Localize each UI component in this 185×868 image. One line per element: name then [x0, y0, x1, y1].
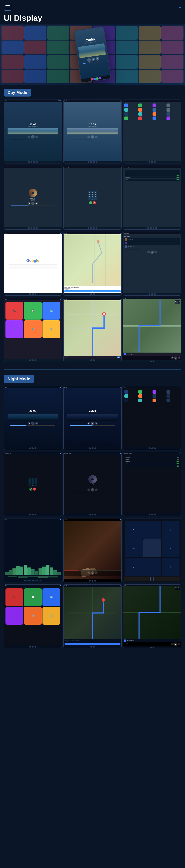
key-8[interactable]: 8 — [91, 196, 94, 198]
night-app-8[interactable] — [125, 399, 128, 402]
night-key-0[interactable]: 0 — [31, 485, 34, 487]
play-btn-1[interactable]: ⏸ — [31, 135, 34, 138]
app-icon-1[interactable] — [125, 103, 128, 107]
key-1[interactable]: 1 — [88, 191, 91, 193]
night-cp-phone[interactable]: 📞 — [5, 588, 23, 606]
key-hash[interactable]: # — [94, 198, 97, 200]
prev-btn-1[interactable]: ⏮ — [28, 135, 30, 138]
social-play[interactable]: ⏸ — [151, 251, 154, 254]
video-prev[interactable]: ⏮ — [87, 571, 90, 574]
menu-icon[interactable] — [4, 3, 11, 10]
social-track-2[interactable]: 华年_标准.mp3 — [125, 241, 180, 245]
app-icon-11[interactable] — [166, 112, 170, 116]
nav-arrow-dr[interactable]: ↘ — [162, 558, 180, 576]
app-icon-6[interactable] — [138, 108, 142, 112]
video-play[interactable]: ▶ — [91, 571, 94, 575]
night-key-1[interactable]: 1 — [28, 478, 31, 479]
nav-arrow-right[interactable]: → — [162, 539, 180, 557]
nav-arrow-ul[interactable]: ↖ — [125, 521, 143, 539]
cp-phone[interactable]: 📞 — [5, 302, 23, 319]
social-next[interactable]: ⏭ — [154, 251, 157, 253]
cp-music[interactable]: 🎵 — [5, 320, 23, 338]
hero-play-btn[interactable]: ⏸ — [91, 57, 95, 61]
night-auto-connect-toggle[interactable] — [177, 463, 179, 464]
nav-arrow-down[interactable]: ↓ — [143, 558, 161, 576]
app-icon-15[interactable] — [166, 117, 170, 120]
end-call-btn[interactable]: ✕ — [93, 201, 96, 204]
eq-preset-1[interactable]: BASS — [24, 580, 27, 582]
night-app-2[interactable] — [138, 390, 142, 394]
night-cp-settings[interactable]: ⚙️ — [43, 607, 60, 625]
nav-arrow-left[interactable]: ← — [125, 539, 143, 557]
night-key-7[interactable]: 7 — [28, 482, 31, 484]
app-icon-14[interactable] — [153, 117, 156, 120]
nav-arrow-center[interactable]: ⊙ — [143, 539, 161, 557]
cp-messages[interactable]: 💬 — [24, 302, 42, 319]
social-track-3[interactable]: 华年_完整版.mp3 — [125, 245, 180, 248]
key-0[interactable]: 0 — [91, 198, 94, 200]
app-icon-3[interactable] — [153, 103, 156, 107]
key-7[interactable]: 7 — [88, 196, 91, 198]
night-bt-prev[interactable]: ⏮ — [87, 489, 90, 491]
cp-settings[interactable]: ⚙️ — [43, 320, 60, 338]
key-star[interactable]: * — [88, 198, 91, 200]
cp-podcast[interactable]: 🎙️ — [24, 320, 42, 338]
app-icon-8[interactable] — [125, 112, 128, 116]
app-icon-5[interactable] — [125, 108, 128, 112]
night-app-7[interactable] — [166, 394, 170, 398]
nav-go-btn-2[interactable]: GO — [117, 356, 121, 359]
night-app-4[interactable] — [125, 394, 128, 398]
key-3[interactable]: 3 — [94, 191, 97, 193]
next-btn-2[interactable]: ⏭ — [95, 135, 98, 138]
key-9[interactable]: 9 — [94, 196, 97, 198]
night-bt-next[interactable]: ⏭ — [95, 489, 98, 491]
nav-go-button[interactable]: GO — [64, 290, 121, 292]
google-search-bar[interactable] — [9, 264, 57, 266]
night-app-9[interactable] — [138, 399, 142, 402]
night-play-2[interactable]: ⏸ — [91, 422, 94, 425]
social-prev[interactable]: ⏮ — [147, 251, 150, 253]
night-end-call-btn[interactable]: ✕ — [33, 488, 36, 491]
night-app-6[interactable] — [153, 394, 156, 398]
nav-arrow-dl[interactable]: ↙ — [125, 558, 143, 576]
night-prev-2[interactable]: ⏮ — [87, 422, 90, 425]
night-bt-play[interactable]: ⏸ — [91, 488, 94, 492]
bt-next[interactable]: ⏭ — [35, 202, 38, 205]
night-app-3[interactable] — [153, 390, 156, 394]
night-next-2[interactable]: ⏭ — [95, 422, 98, 425]
night-cp-messages[interactable]: 💬 — [24, 588, 42, 606]
night-key-8[interactable]: 8 — [31, 482, 34, 484]
night-key-9[interactable]: 9 — [34, 482, 37, 484]
night-cp-music[interactable]: 🎵 — [5, 607, 23, 625]
night-cp-podcast[interactable]: 🎙️ — [24, 607, 42, 625]
key-5[interactable]: 5 — [91, 194, 94, 195]
play-btn-2[interactable]: ⏸ — [91, 135, 94, 138]
app-icon-12[interactable] — [125, 117, 128, 120]
night-app-10[interactable] — [153, 399, 156, 402]
night-auto-answer-toggle[interactable] — [177, 461, 179, 462]
video-next[interactable]: ⏭ — [95, 571, 98, 574]
eq-preset-4[interactable]: FLAT — [35, 580, 38, 582]
night-app-11[interactable] — [166, 399, 170, 402]
eq-preset-5[interactable]: JAZZ — [39, 580, 42, 582]
night-app-bt[interactable] — [166, 390, 170, 394]
key-6[interactable]: 6 — [94, 194, 97, 195]
night-key-4[interactable]: 4 — [28, 480, 31, 482]
night-key-2[interactable]: 2 — [31, 478, 34, 479]
night-key-6[interactable]: 6 — [34, 480, 37, 482]
app-icon-10[interactable] — [153, 112, 156, 116]
auto-connect-toggle[interactable] — [177, 177, 179, 178]
nav-arrow-up[interactable]: ↑ — [143, 521, 161, 539]
night-app-1[interactable] — [125, 390, 128, 394]
eq-preset-2[interactable]: ROCK — [28, 580, 31, 582]
night-key-hash[interactable]: # — [34, 485, 37, 487]
night-app-5[interactable] — [138, 394, 142, 398]
night-key-5[interactable]: 5 — [31, 480, 34, 482]
app-icon-2[interactable] — [138, 103, 142, 107]
hero-next-btn[interactable]: ⏭ — [95, 57, 100, 61]
night-key-3[interactable]: 3 — [34, 478, 37, 479]
night-key-star[interactable]: * — [28, 485, 31, 487]
app-icon-4[interactable] — [166, 103, 170, 107]
night-call-btn[interactable]: 📞 — [29, 488, 32, 491]
auto-answer-toggle[interactable] — [177, 175, 179, 176]
